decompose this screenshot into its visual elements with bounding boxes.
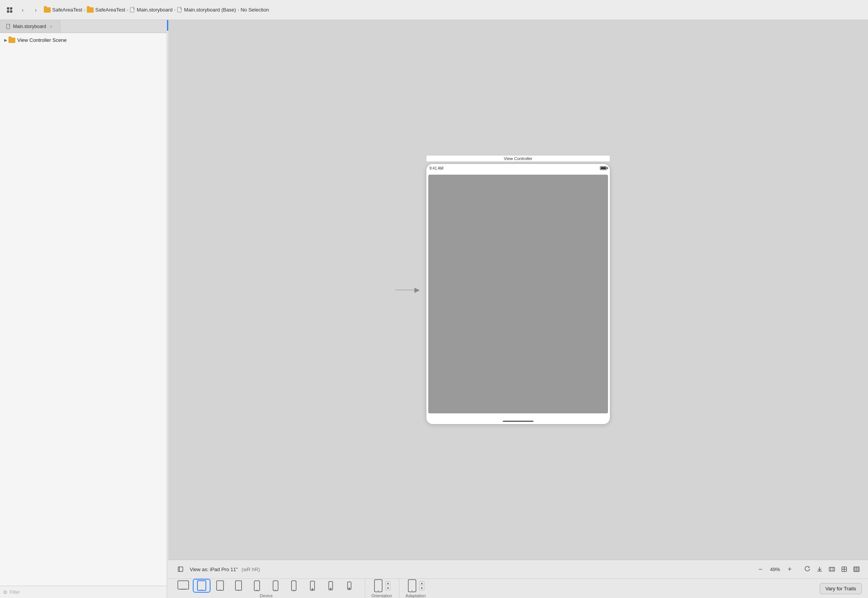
- tab-label: Main.storyboard: [13, 24, 46, 29]
- breadcrumb-sep-2: ›: [127, 7, 128, 13]
- adaptation-portrait-icon: [407, 579, 417, 593]
- filter-label: Filter: [10, 590, 20, 595]
- canvas-area[interactable]: ▶ View Controller 9:41 AM: [168, 20, 868, 598]
- adaptation-label: Adaptation: [406, 593, 426, 598]
- device-ipad-mini[interactable]: [230, 579, 247, 593]
- svg-rect-35: [310, 581, 315, 590]
- device-screen: [428, 175, 608, 413]
- breadcrumb-item-5: No Selection: [240, 7, 269, 13]
- device-ipad-med[interactable]: [193, 579, 210, 593]
- download-icon-btn[interactable]: [814, 564, 825, 575]
- device-iphone-med2[interactable]: [267, 579, 284, 593]
- breadcrumb-label-4: Main.storyboard (Base): [184, 7, 236, 13]
- orientation-stepper[interactable]: ▲ ▼: [385, 581, 391, 590]
- panel-toggle-btn[interactable]: [174, 565, 187, 574]
- storyboard-base-icon: [177, 7, 182, 13]
- svg-point-36: [312, 589, 313, 590]
- vary-for-traits-btn[interactable]: Vary for Traits: [820, 583, 862, 594]
- svg-point-40: [349, 588, 350, 589]
- device-iphone-small[interactable]: [322, 579, 340, 593]
- breadcrumb-label-2: SafeAreaTest: [95, 7, 125, 13]
- svg-rect-27: [235, 581, 242, 590]
- orientation-section: ▲ ▼ Orientation: [365, 579, 392, 598]
- device-iphone-large[interactable]: [248, 579, 266, 593]
- grid-button[interactable]: [5, 5, 15, 15]
- svg-point-38: [330, 588, 331, 590]
- storyboard-canvas: ▶ View Controller 9:41 AM: [426, 155, 610, 425]
- grid-size-icon-btn-1[interactable]: [827, 564, 837, 575]
- canvas-action-icons: [802, 564, 862, 575]
- breadcrumb-label-1: SafeAreaTest: [52, 7, 82, 13]
- forward-button[interactable]: ›: [31, 5, 41, 15]
- breadcrumb-item-1[interactable]: SafeAreaTest: [44, 7, 82, 13]
- svg-rect-0: [7, 7, 9, 10]
- device-ipad-small[interactable]: [211, 579, 229, 593]
- sidebar-filter: ⊙ Filter: [0, 586, 167, 598]
- refresh-icon-btn[interactable]: [802, 564, 813, 575]
- adaptation-stepper[interactable]: ▲ ▼: [419, 581, 424, 590]
- bottom-bar: View as: iPad Pro 11" (wR hR) − 49% +: [168, 560, 868, 598]
- back-button[interactable]: ‹: [18, 5, 28, 15]
- entry-arrow: ▶: [395, 286, 420, 294]
- breadcrumb-item-2[interactable]: SafeAreaTest: [87, 7, 125, 13]
- size-class-label: (wR hR): [242, 567, 260, 572]
- adaptation-control: ▲ ▼: [407, 579, 424, 593]
- adaptation-section: ▲ ▼ Adaptation: [399, 579, 426, 598]
- device-iphone-small2[interactable]: [303, 579, 321, 593]
- grid-size-icon-btn-3[interactable]: [851, 564, 862, 575]
- selection-indicator: [167, 20, 168, 31]
- main-content: Main.storyboard × ▶ View Controller Scen…: [0, 20, 868, 598]
- orientation-control: ▲ ▼: [373, 579, 391, 593]
- tab-bar: Main.storyboard ×: [0, 20, 167, 33]
- zoom-in-btn[interactable]: +: [785, 565, 794, 574]
- breadcrumb-label-3: Main.storyboard: [137, 7, 172, 13]
- storyboard-tab[interactable]: Main.storyboard ×: [0, 20, 60, 33]
- svg-rect-33: [292, 581, 296, 591]
- zoom-level-display: 49%: [767, 567, 783, 572]
- vc-label-container: View Controller 9:41 AM: [426, 155, 610, 425]
- adaptation-down-btn[interactable]: ▼: [419, 586, 424, 590]
- battery-icon: [600, 166, 607, 170]
- device-ipad-large[interactable]: [174, 579, 192, 593]
- adaptation-up-btn[interactable]: ▲: [419, 581, 424, 585]
- svg-rect-23: [197, 581, 206, 590]
- tree-folder-icon: [8, 38, 15, 43]
- breadcrumb: SafeAreaTest › SafeAreaTest › Main.story…: [44, 7, 269, 13]
- breadcrumb-item-3[interactable]: Main.storyboard: [130, 7, 172, 13]
- tree-expand-arrow[interactable]: ▶: [3, 38, 8, 43]
- breadcrumb-item-4[interactable]: Main.storyboard (Base): [177, 7, 236, 13]
- storyboard-file-icon: [130, 7, 135, 13]
- svg-rect-1: [10, 7, 12, 10]
- device-iphone-med[interactable]: [285, 579, 303, 593]
- orientation-up-btn[interactable]: ▲: [385, 581, 391, 585]
- grid-size-icon-btn-2[interactable]: [839, 564, 850, 575]
- home-indicator: [503, 421, 533, 422]
- filter-icon: ⊙: [3, 589, 7, 595]
- orientation-down-btn[interactable]: ▼: [385, 586, 391, 590]
- svg-rect-43: [408, 580, 416, 592]
- bottom-toolbar: View as: iPad Pro 11" (wR hR) − 49% +: [168, 560, 868, 579]
- zoom-controls: − 49% +: [756, 565, 794, 574]
- device-battery: [600, 166, 607, 170]
- tab-close-btn[interactable]: ×: [48, 24, 54, 29]
- svg-rect-25: [217, 581, 224, 590]
- orientation-label: Orientation: [371, 593, 392, 598]
- device-section: Device: [174, 579, 358, 598]
- tree-item-vc-scene[interactable]: ▶ View Controller Scene: [0, 36, 167, 44]
- vc-label-bar: View Controller: [426, 155, 610, 162]
- device-picker-row: Device ▲ ▼ Orientation: [168, 579, 868, 598]
- entry-arrow-line: [395, 290, 414, 290]
- breadcrumb-sep-4: ›: [237, 7, 239, 13]
- svg-rect-11: [829, 567, 835, 571]
- battery-fill: [601, 167, 606, 169]
- sidebar: Main.storyboard × ▶ View Controller Scen…: [0, 20, 167, 598]
- svg-rect-37: [329, 581, 333, 590]
- svg-rect-21: [178, 581, 189, 589]
- svg-rect-39: [348, 582, 351, 590]
- device-iphone-xs[interactable]: [340, 579, 358, 593]
- view-as-label: View as: iPad Pro 11": [190, 567, 238, 572]
- device-frame[interactable]: 9:41 AM: [426, 164, 610, 425]
- svg-rect-31: [273, 581, 278, 591]
- zoom-out-btn[interactable]: −: [756, 565, 765, 574]
- canvas-scroll[interactable]: ▶ View Controller 9:41 AM: [168, 20, 868, 560]
